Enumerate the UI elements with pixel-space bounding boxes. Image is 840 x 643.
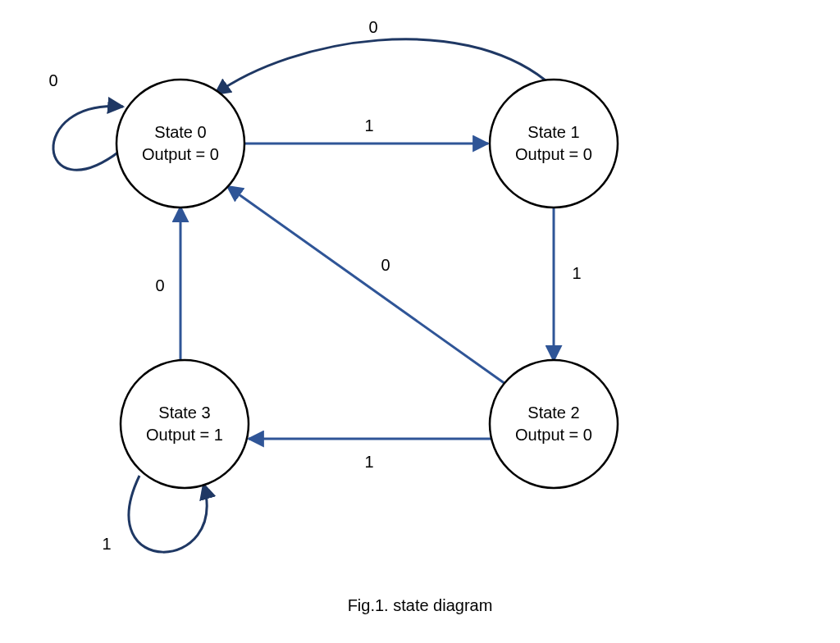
state-diagram: 0 1 0 1 0 1 0 1 State 0 Output = 0 (0, 0, 840, 643)
transition-label: 0 (48, 71, 57, 89)
state-1-node: State 1 Output = 0 (490, 80, 618, 207)
state-3-name: State 3 (158, 404, 210, 422)
transition-label: 0 (368, 18, 377, 36)
transition-s1-to-s0-0: 0 (215, 18, 546, 94)
transition-s3-to-s0-0: 0 (155, 207, 180, 361)
transition-label: 0 (155, 276, 164, 294)
state-2-node: State 2 Output = 0 (490, 360, 618, 488)
transition-label: 0 (381, 256, 390, 274)
svg-point-7 (490, 360, 618, 488)
state-2-name: State 2 (527, 404, 579, 422)
state-1-output: Output = 0 (515, 145, 592, 163)
transition-label: 1 (364, 453, 373, 471)
transition-s2-to-s3-1: 1 (249, 439, 491, 471)
figure-caption: Fig.1. state diagram (348, 596, 493, 614)
state-3-node: State 3 Output = 1 (121, 360, 249, 488)
state-0-node: State 0 Output = 0 (116, 80, 244, 207)
transition-s1-to-s2-1: 1 (554, 207, 582, 361)
transition-s0-self-0: 0 (48, 71, 123, 170)
state-1-name: State 1 (527, 123, 579, 141)
state-2-output: Output = 0 (515, 426, 592, 444)
transition-s2-to-s0-0: 0 (227, 186, 505, 384)
state-3-output: Output = 1 (146, 426, 223, 444)
svg-point-5 (116, 80, 244, 207)
transition-label: 1 (572, 264, 581, 282)
state-0-output: Output = 0 (142, 145, 219, 163)
svg-point-6 (490, 80, 618, 207)
svg-line-2 (227, 186, 505, 384)
transition-s0-to-s1-1: 1 (244, 116, 488, 144)
transition-label: 1 (364, 116, 373, 135)
transition-label: 1 (102, 535, 111, 553)
state-0-name: State 0 (154, 123, 206, 141)
svg-point-8 (121, 360, 249, 488)
